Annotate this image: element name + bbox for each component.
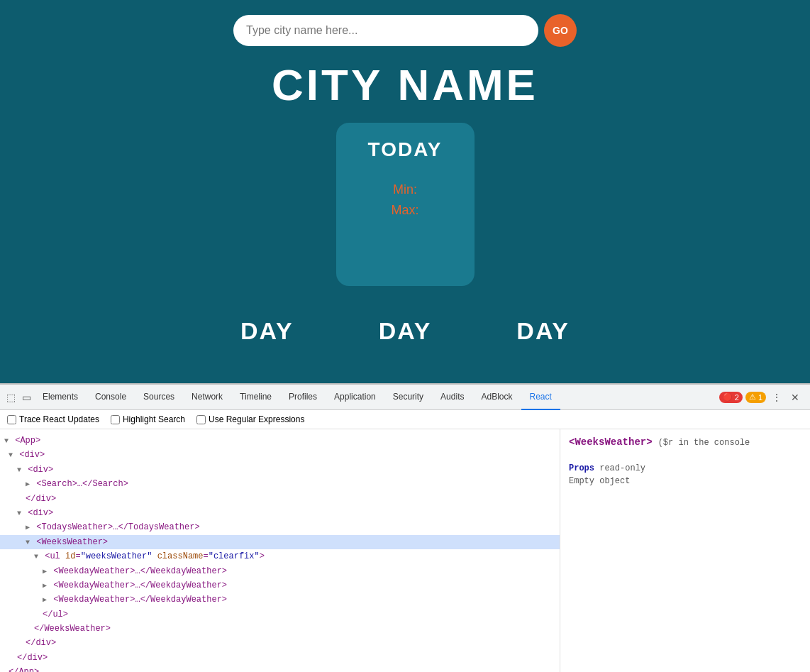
highlight-search-checkbox[interactable] (111, 415, 120, 424)
tab-react[interactable]: React (521, 385, 560, 410)
city-name: CITY NAME (272, 60, 538, 110)
warn-badge: ⚠1 (745, 392, 766, 403)
triangle-icon (26, 524, 30, 531)
trace-react-text: Trace React Updates (19, 414, 99, 424)
tree-line[interactable]: </div> (0, 492, 560, 506)
tree-panel[interactable]: <App> <div> <div> <Search>…</Search> </d… (0, 429, 560, 672)
triangle-icon (17, 509, 21, 517)
trace-react-label[interactable]: Trace React Updates (7, 414, 99, 424)
today-min: Min: (393, 182, 417, 197)
today-card: TODAY Min: Max: (336, 123, 475, 286)
props-panel: <WeeksWeather> ($r in the console Props … (560, 429, 810, 672)
tree-line[interactable]: </WeeksWeather> (0, 622, 560, 636)
devtools-device-icon[interactable]: ▭ (18, 390, 34, 405)
tab-audits[interactable]: Audits (432, 385, 472, 410)
triangle-icon (9, 451, 13, 459)
props-readonly: read-only (599, 463, 645, 473)
tree-line[interactable]: <App> (0, 434, 560, 448)
tab-security[interactable]: Security (384, 385, 432, 410)
tab-network[interactable]: Network (183, 385, 231, 410)
tree-line[interactable]: <div> (0, 506, 560, 520)
tree-line-selected[interactable]: <WeeksWeather> (0, 535, 560, 549)
highlight-search-text: Highlight Search (123, 414, 185, 424)
go-button[interactable]: GO (544, 14, 577, 47)
selected-component-name: <WeeksWeather> (569, 436, 653, 448)
city-search-input[interactable] (233, 15, 538, 46)
tree-line[interactable]: <WeekdayWeather>…</WeekdayWeather> (0, 593, 560, 607)
tree-line[interactable]: <div> (0, 448, 560, 462)
triangle-icon (34, 553, 38, 561)
use-regex-checkbox[interactable] (196, 415, 206, 424)
tree-line[interactable]: <div> (0, 463, 560, 477)
triangle-icon (17, 466, 21, 474)
tree-line[interactable]: <WeekdayWeather>…</WeekdayWeather> (0, 578, 560, 593)
today-label: TODAY (368, 138, 443, 161)
today-max: Max: (391, 203, 418, 218)
devtools-body: <App> <div> <div> <Search>…</Search> </d… (0, 429, 810, 672)
tree-line[interactable]: <TodaysWeather>…</TodaysWeather> (0, 520, 560, 534)
tab-application[interactable]: Application (326, 385, 384, 410)
props-label: Props (569, 463, 594, 473)
tab-adblock[interactable]: AdBlock (472, 385, 521, 410)
highlight-search-label[interactable]: Highlight Search (111, 414, 185, 424)
tree-line[interactable]: </App> (0, 665, 560, 672)
react-toolbar: Trace React Updates Highlight Search Use… (0, 410, 810, 429)
devtools-more-icon[interactable]: ⋮ (769, 390, 784, 405)
tab-console[interactable]: Console (87, 385, 135, 410)
devtools-status-icons: 🔴2 ⚠1 ⋮ ✕ (719, 390, 807, 405)
trace-react-checkbox[interactable] (7, 415, 16, 424)
triangle-icon (43, 568, 47, 575)
devtools-select-icon[interactable]: ⬚ (3, 390, 18, 405)
triangle-icon (4, 437, 9, 445)
tab-timeline[interactable]: Timeline (231, 385, 280, 410)
devtools-panel: ⬚ ▭ Elements Console Sources Network Tim… (0, 383, 810, 672)
tree-line[interactable]: <WeekdayWeather>…</WeekdayWeather> (0, 564, 560, 578)
use-regex-label[interactable]: Use Regular Expressions (196, 414, 304, 424)
triangle-icon (26, 539, 30, 546)
props-empty: Empty object (569, 476, 801, 486)
app-area: GO CITY NAME TODAY Min: Max: DAY DAY DAY (0, 0, 810, 383)
error-badge: 🔴2 (719, 392, 743, 403)
tree-line[interactable]: <ul id="weeksWeather" className="clearfi… (0, 549, 560, 563)
triangle-icon (43, 596, 47, 604)
tree-line[interactable]: <Search>…</Search> (0, 477, 560, 491)
triangle-icon (26, 480, 30, 488)
tab-sources[interactable]: Sources (135, 385, 183, 410)
tab-profiles[interactable]: Profiles (280, 385, 326, 410)
day-row: DAY DAY DAY (240, 317, 570, 345)
tree-line[interactable]: </ul> (0, 607, 560, 622)
tab-elements[interactable]: Elements (34, 385, 87, 410)
tree-line[interactable]: </div> (0, 636, 560, 650)
search-row: GO (233, 14, 577, 47)
console-hint: ($r in the console (658, 438, 750, 448)
use-regex-text: Use Regular Expressions (209, 414, 304, 424)
tree-line[interactable]: </div> (0, 651, 560, 665)
triangle-icon (43, 582, 47, 590)
day-label-1: DAY (379, 317, 432, 345)
day-label-0: DAY (240, 317, 294, 345)
devtools-close-icon[interactable]: ✕ (787, 390, 803, 405)
devtools-tabs: ⬚ ▭ Elements Console Sources Network Tim… (0, 385, 810, 410)
day-label-2: DAY (516, 317, 570, 345)
